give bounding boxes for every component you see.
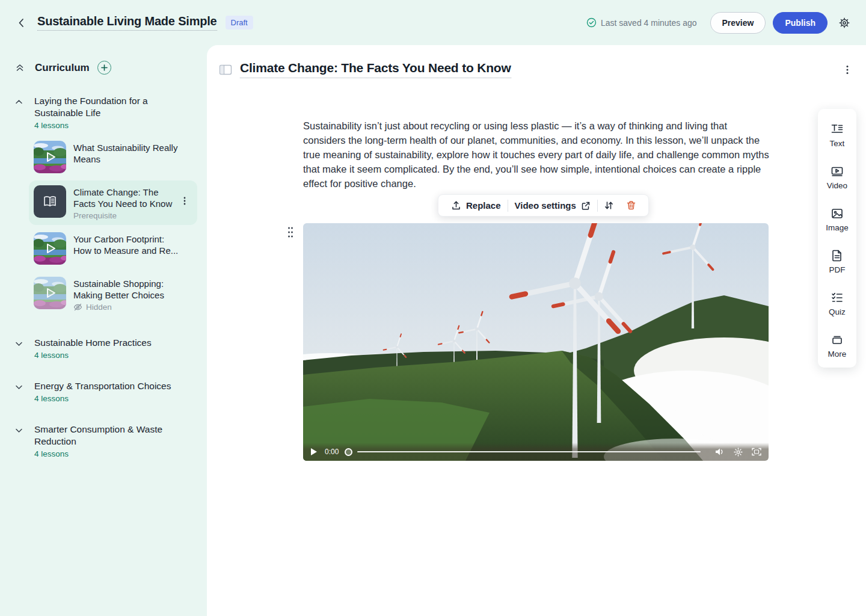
lesson-title: Climate Change: The Facts You Need to Kn… — [73, 186, 182, 209]
block-drag-handle[interactable] — [285, 226, 296, 239]
lesson-title: What Sustainability Really Means — [73, 142, 182, 165]
insert-text-button[interactable]: Text — [830, 123, 845, 148]
section-header[interactable]: Energy & Transportation Choices 4 lesson… — [0, 380, 207, 403]
insert-item-label: More — [828, 350, 847, 359]
seek-track[interactable] — [357, 451, 701, 452]
section-header[interactable]: Sustainable Home Practices 4 lessons — [0, 337, 207, 360]
curriculum-section: Energy & Transportation Choices 4 lesson… — [0, 380, 207, 403]
play-icon — [310, 448, 318, 456]
insert-item-label: Text — [830, 139, 845, 148]
fullscreen-button[interactable] — [752, 448, 761, 456]
text-icon — [831, 123, 844, 136]
collapse-all-button[interactable] — [14, 63, 25, 73]
volume-icon — [715, 448, 725, 456]
lesson-editor: Climate Change: The Facts You Need to Kn… — [207, 45, 866, 616]
publish-button[interactable]: Publish — [773, 12, 828, 34]
fullscreen-icon — [752, 448, 761, 456]
play-icon — [34, 232, 66, 265]
image-icon — [831, 207, 844, 220]
play-icon — [34, 277, 66, 309]
hidden-label: Hidden — [86, 303, 112, 312]
delete-block-button[interactable] — [620, 195, 642, 216]
video-block-toolbar: Replace Video settings — [438, 194, 649, 217]
insert-item-label: Video — [827, 181, 847, 190]
insert-element-toolbar: Text Video Image PDF Quiz More — [818, 109, 856, 368]
insert-quiz-button[interactable]: Quiz — [829, 291, 846, 316]
insert-item-label: PDF — [829, 265, 846, 274]
section-lesson-count: 4 lessons — [34, 449, 183, 458]
section-lesson-count: 4 lessons — [34, 351, 152, 360]
curriculum-section: Sustainable Home Practices 4 lessons — [0, 337, 207, 360]
seek-knob[interactable] — [345, 448, 352, 456]
lesson-video-thumbnail — [34, 277, 66, 309]
chevron-down-icon — [14, 339, 24, 360]
gear-icon — [838, 16, 851, 29]
insert-item-label: Image — [826, 223, 849, 232]
chevron-down-icon — [14, 383, 24, 403]
lesson-item-selected[interactable]: Climate Change: The Facts You Need to Kn… — [29, 180, 197, 225]
back-button[interactable] — [13, 14, 30, 31]
lesson-options-button[interactable] — [843, 64, 852, 75]
last-saved-text: Last saved 4 minutes ago — [601, 18, 697, 28]
lesson-page-title[interactable]: Climate Change: The Facts You Need to Kn… — [240, 61, 511, 78]
panel-toggle-button[interactable] — [219, 64, 232, 75]
replace-label: Replace — [466, 200, 501, 211]
section-lesson-count: 4 lessons — [34, 121, 183, 130]
lesson-item[interactable]: Your Carbon Footprint: How to Measure an… — [29, 227, 197, 270]
lesson-item-hidden[interactable]: Sustainable Shopping: Making Better Choi… — [29, 272, 197, 316]
section-title: Smarter Consumption & Waste Reduction — [34, 424, 183, 448]
section-header[interactable]: Smarter Consumption & Waste Reduction 4 … — [0, 424, 207, 458]
eye-off-icon — [73, 303, 82, 312]
insert-image-button[interactable]: Image — [826, 207, 849, 232]
pdf-icon — [831, 249, 844, 262]
reorder-arrows-icon — [604, 200, 614, 211]
kebab-icon — [180, 196, 189, 206]
plus-icon — [101, 64, 108, 71]
insert-item-label: Quiz — [829, 307, 846, 316]
chevron-down-icon — [14, 426, 24, 458]
drag-dots-icon — [287, 226, 294, 238]
section-header[interactable]: Laying the Foundation for a Sustainable … — [0, 95, 207, 130]
lesson-title: Your Carbon Footprint: How to Measure an… — [73, 233, 182, 256]
more-icon — [831, 333, 844, 346]
video-frame — [303, 223, 769, 461]
replace-button[interactable]: Replace — [444, 195, 508, 216]
double-chevron-up-icon — [15, 63, 25, 73]
insert-pdf-button[interactable]: PDF — [829, 249, 846, 274]
move-block-button[interactable] — [598, 195, 620, 216]
player-gear-icon — [734, 448, 743, 457]
chevron-left-icon — [16, 17, 27, 28]
play-icon — [34, 141, 66, 173]
video-settings-label: Video settings — [515, 200, 576, 211]
play-button[interactable] — [310, 448, 318, 456]
section-title: Laying the Foundation for a Sustainable … — [34, 95, 183, 119]
lesson-intro-paragraph[interactable]: Sustainability isn’t just about recyclin… — [303, 119, 771, 191]
lesson-menu-button[interactable] — [180, 196, 189, 206]
insert-more-button[interactable]: More — [828, 333, 847, 359]
video-block[interactable]: 0:00 — [303, 223, 769, 461]
lesson-prerequisite-label: Prerequisite — [73, 211, 192, 220]
player-settings-button[interactable] — [734, 448, 743, 457]
trash-icon — [626, 200, 636, 211]
curriculum-section: Smarter Consumption & Waste Reduction 4 … — [0, 424, 207, 458]
status-badge: Draft — [226, 16, 253, 29]
quiz-icon — [831, 291, 844, 304]
insert-video-button[interactable]: Video — [827, 165, 847, 190]
lesson-item[interactable]: What Sustainability Really Means — [29, 136, 197, 178]
settings-button[interactable] — [836, 14, 853, 31]
check-circle-icon — [586, 17, 597, 28]
curriculum-title: Curriculum — [35, 62, 90, 74]
lesson-video-thumbnail — [34, 141, 66, 173]
volume-button[interactable] — [715, 448, 725, 456]
video-settings-button[interactable]: Video settings — [508, 195, 597, 216]
lesson-reading-thumbnail — [34, 185, 66, 218]
section-title: Sustainable Home Practices — [34, 337, 152, 349]
top-header: Sustainable Living Made Simple Draft Las… — [0, 0, 866, 45]
preview-button[interactable]: Preview — [710, 12, 766, 34]
external-link-icon — [581, 201, 591, 211]
add-section-button[interactable] — [97, 61, 111, 75]
upload-icon — [451, 200, 461, 211]
course-title[interactable]: Sustainable Living Made Simple — [37, 14, 217, 31]
current-time: 0:00 — [325, 448, 339, 456]
lesson-video-thumbnail — [34, 232, 66, 265]
